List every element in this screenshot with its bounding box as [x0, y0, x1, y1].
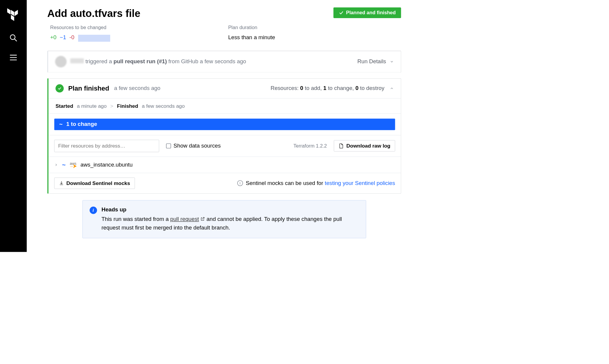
sentinel-help-text: i Sentinel mocks can be used for testing… — [237, 180, 395, 186]
info-circle-icon: i — [89, 207, 97, 214]
info-icon: i — [237, 180, 243, 186]
duration-value: Less than a minute — [228, 34, 401, 40]
heads-up-body: This run was started from a pull request… — [102, 215, 359, 232]
show-data-sources-checkbox[interactable]: Show data sources — [166, 143, 221, 149]
download-icon — [59, 181, 64, 186]
duration-label: Plan duration — [228, 25, 401, 30]
finished-label: Finished — [117, 103, 138, 109]
page-title: Add auto.tfvars file — [47, 7, 140, 19]
plan-summary: Resources: 0 to add, 1 to change, 0 to d… — [271, 85, 384, 91]
chevron-up-icon — [390, 86, 394, 91]
finished-value: a few seconds ago — [142, 103, 185, 109]
trigger-card: triggered a pull request run (#1) from G… — [47, 51, 401, 72]
resource-name: aws_instance.ubuntu — [80, 162, 133, 168]
heads-up-banner: i Heads up This run was started from a p… — [82, 200, 366, 238]
status-badge-label: Planned and finished — [346, 10, 396, 15]
timeline: Started a minute ago > Finished a few se… — [48, 98, 401, 113]
checkbox-icon — [166, 143, 171, 148]
svg-line-1 — [14, 39, 17, 41]
separator: > — [110, 103, 113, 109]
search-icon[interactable] — [9, 34, 18, 42]
change-tilde-icon: ~ — [62, 161, 66, 168]
check-icon — [339, 10, 344, 15]
chevron-right-icon — [54, 163, 58, 167]
main-content: Add auto.tfvars file Planned and finishe… — [27, 0, 422, 252]
plan-time: a few seconds ago — [114, 85, 160, 91]
tilde-icon: ~ — [59, 121, 62, 128]
download-raw-log-button[interactable]: Download raw log — [334, 140, 395, 151]
download-sentinel-mocks-button[interactable]: Download Sentinel mocks — [54, 178, 135, 189]
started-value: a minute ago — [77, 103, 107, 109]
avatar — [55, 56, 67, 67]
aws-icon: aws ⸺➤ — [70, 162, 76, 168]
change-banner-label: 1 to change — [66, 121, 97, 127]
resource-row[interactable]: ~ aws ⸺➤ aws_instance.ubuntu — [48, 157, 401, 173]
sentinel-policies-link[interactable]: testing your Sentinel policies — [325, 180, 395, 186]
file-icon — [338, 143, 344, 148]
external-link-icon — [200, 215, 205, 224]
run-details-toggle[interactable]: Run Details — [358, 58, 394, 65]
trigger-text: triggered a pull request run (#1) from G… — [70, 58, 246, 65]
username-redacted — [70, 58, 84, 64]
heads-up-title: Heads up — [102, 207, 359, 213]
terraform-version: Terraform 1.2.2 — [293, 143, 327, 149]
started-label: Started — [56, 103, 73, 109]
svg-point-0 — [10, 35, 15, 39]
terraform-logo-icon — [7, 8, 20, 22]
status-badge: Planned and finished — [333, 7, 401, 18]
change-banner[interactable]: ~ 1 to change — [54, 118, 395, 130]
resources-label: Resources to be changed — [50, 25, 228, 30]
resources-destroy-count: -0 — [69, 34, 75, 40]
plan-header[interactable]: Plan finished a few seconds ago Resource… — [48, 78, 401, 98]
chevron-down-icon — [390, 60, 394, 64]
sidebar — [0, 0, 27, 252]
resources-add-count: +0 — [50, 34, 56, 40]
plan-card: Plan finished a few seconds ago Resource… — [47, 78, 401, 194]
pull-request-link[interactable]: pull request — [170, 216, 199, 222]
filter-resources-input[interactable] — [54, 140, 159, 152]
menu-icon[interactable] — [9, 53, 18, 62]
plan-title: Plan finished — [68, 85, 109, 92]
resources-change-count: ~1 — [60, 34, 66, 40]
check-circle-icon — [56, 84, 64, 93]
highlight-bar — [78, 35, 110, 42]
